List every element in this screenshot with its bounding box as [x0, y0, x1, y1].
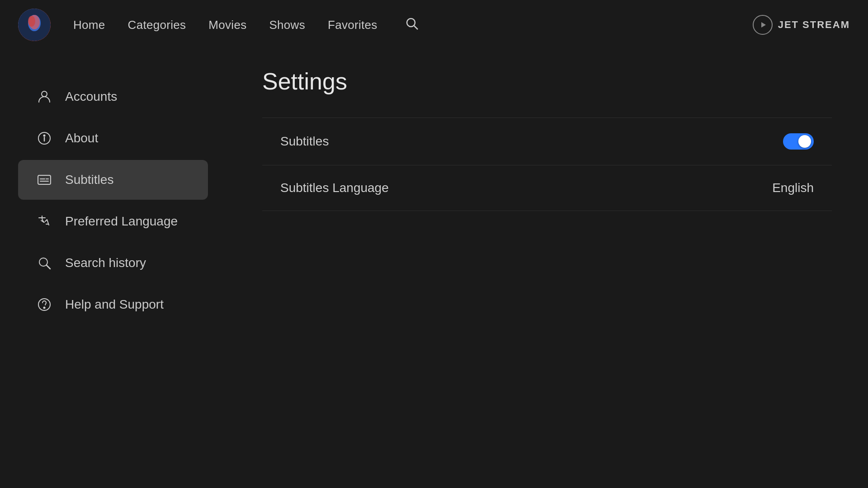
- toggle-track: [783, 133, 814, 150]
- subtitles-label: Subtitles: [280, 134, 329, 149]
- sidebar-item-accounts[interactable]: Accounts: [18, 77, 208, 117]
- sidebar-item-search-history[interactable]: Search history: [18, 243, 208, 283]
- info-icon: [36, 131, 52, 145]
- search-history-icon: [36, 256, 52, 270]
- svg-marker-7: [761, 22, 766, 28]
- nav-categories[interactable]: Categories: [128, 18, 186, 32]
- sidebar-item-subtitles-label: Subtitles: [65, 173, 113, 187]
- svg-point-8: [42, 91, 47, 97]
- svg-point-4: [18, 9, 51, 41]
- settings-row-subtitles-language[interactable]: Subtitles Language English: [262, 165, 832, 211]
- subtitles-language-value: English: [772, 181, 814, 195]
- avatar[interactable]: [18, 9, 51, 41]
- person-icon: [36, 89, 52, 104]
- help-icon: [36, 297, 52, 312]
- brand-name: JET STREAM: [778, 19, 850, 31]
- nav-favorites[interactable]: Favorites: [328, 18, 377, 32]
- brand-play-icon: [753, 15, 773, 35]
- svg-line-17: [47, 265, 50, 269]
- sidebar-item-help-support[interactable]: Help and Support: [18, 285, 208, 324]
- sidebar: Accounts About: [0, 68, 226, 488]
- translate-icon: [36, 214, 52, 229]
- settings-panel: Settings Subtitles Subtitles Language En…: [226, 68, 868, 488]
- svg-rect-12: [38, 175, 51, 184]
- subtitles-icon: [36, 173, 52, 187]
- sidebar-item-help-support-label: Help and Support: [65, 297, 164, 312]
- main-content: Accounts About: [0, 50, 868, 488]
- nav-home[interactable]: Home: [73, 18, 105, 32]
- sidebar-item-preferred-language[interactable]: Preferred Language: [18, 202, 208, 241]
- sidebar-item-about[interactable]: About: [18, 118, 208, 158]
- svg-point-5: [407, 19, 415, 27]
- sidebar-item-about-label: About: [65, 131, 98, 145]
- brand-logo: JET STREAM: [753, 15, 850, 35]
- svg-point-11: [44, 135, 45, 136]
- sidebar-item-search-history-label: Search history: [65, 256, 146, 270]
- sidebar-item-accounts-label: Accounts: [65, 89, 117, 104]
- toggle-thumb: [798, 135, 811, 148]
- nav-shows[interactable]: Shows: [269, 18, 305, 32]
- svg-point-19: [44, 307, 45, 309]
- top-navigation: Home Categories Movies Shows Favorites J…: [0, 0, 868, 50]
- svg-line-6: [414, 26, 418, 29]
- subtitles-language-label: Subtitles Language: [280, 181, 389, 195]
- settings-title: Settings: [262, 68, 832, 95]
- sidebar-item-subtitles[interactable]: Subtitles: [18, 160, 208, 200]
- settings-row-subtitles: Subtitles: [262, 117, 832, 165]
- sidebar-item-preferred-language-label: Preferred Language: [65, 214, 178, 229]
- search-icon[interactable]: [405, 16, 419, 34]
- subtitles-toggle[interactable]: [783, 133, 814, 150]
- nav-links: Home Categories Movies Shows Favorites: [73, 16, 753, 34]
- nav-movies[interactable]: Movies: [208, 18, 246, 32]
